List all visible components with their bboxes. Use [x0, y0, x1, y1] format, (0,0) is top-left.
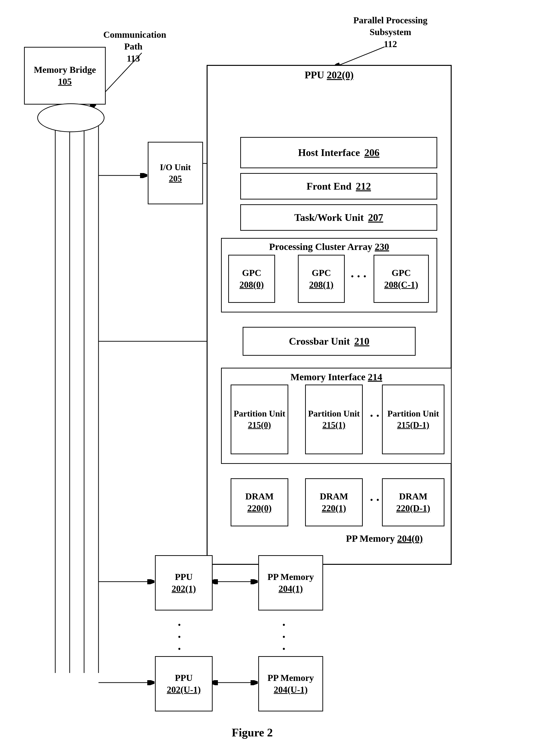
host-interface-label: Host Interface	[298, 146, 360, 159]
crossbar-label: Crossbar Unit	[289, 335, 350, 348]
gpc1-box: GPC 208(1)	[298, 255, 345, 303]
front-end-box: Front End 212	[240, 173, 437, 199]
io-unit-label: I/O Unit	[160, 162, 191, 173]
gpc1-id: 208(1)	[309, 279, 334, 291]
comm-bus-ellipse	[37, 103, 104, 132]
front-end-label: Front End	[306, 180, 352, 193]
pp-memU-id: 204(U-1)	[274, 684, 307, 696]
task-work-id: 207	[368, 211, 383, 224]
pp-memU-box: PP Memory 204(U-1)	[258, 656, 323, 711]
memory-bridge-id: 105	[58, 76, 72, 87]
part1-box: Partition Unit 215(1)	[305, 384, 363, 454]
dram0-id: 220(0)	[247, 502, 272, 514]
partD-box: Partition Unit 215(D-1)	[382, 384, 444, 454]
part0-label: Partition Unit	[234, 408, 285, 419]
crossbar-box: Crossbar Unit 210	[243, 327, 416, 356]
crossbar-id: 210	[354, 335, 369, 348]
pp-mem1-label: PP Memory	[267, 571, 314, 583]
mem-interface-id: 214	[368, 372, 382, 382]
pp-mem0-label: PP Memory 204(0)	[336, 532, 433, 545]
task-work-box: Task/Work Unit 207	[240, 204, 437, 231]
pp-mem1-box: PP Memory 204(1)	[258, 555, 323, 611]
dram1-id: 220(1)	[322, 502, 346, 514]
ppuU-box: PPU 202(U-1)	[155, 656, 213, 711]
gpc1-label: GPC	[312, 267, 331, 279]
pp-mem1-id: 204(1)	[278, 583, 303, 595]
ppu1-id: 202(1)	[172, 583, 196, 595]
diagram: Memory Bridge 105 Communication Path 113…	[0, 0, 560, 753]
ppuU-label: PPU	[175, 672, 193, 684]
ppmem-dots-3: ·	[282, 642, 285, 656]
ppu1-box: PPU 202(1)	[155, 555, 213, 611]
gpcC-id: 208(C-1)	[384, 279, 418, 291]
task-work-label: Task/Work Unit	[294, 211, 364, 224]
part0-box: Partition Unit 215(0)	[231, 384, 288, 454]
partD-label: Partition Unit	[387, 408, 439, 419]
pps-label: Parallel Processing Subsystem 112	[336, 15, 444, 50]
dramD-box: DRAM 220(D-1)	[382, 478, 444, 527]
dram0-label: DRAM	[245, 491, 274, 502]
gpc-dots: · · ·	[351, 269, 366, 283]
memory-bridge-box: Memory Bridge 105	[24, 47, 106, 104]
gpcC-box: GPC 208(C-1)	[374, 255, 429, 303]
part0-id: 215(0)	[248, 419, 271, 431]
partD-id: 215(D-1)	[397, 419, 429, 431]
gpcC-label: GPC	[392, 267, 411, 279]
pp-memU-label: PP Memory	[267, 672, 314, 684]
front-end-id: 212	[356, 180, 371, 193]
io-unit-box: I/O Unit 205	[148, 142, 203, 204]
dram1-box: DRAM 220(1)	[305, 478, 363, 527]
dramD-id: 220(D-1)	[396, 502, 430, 514]
gpc0-box: GPC 208(0)	[228, 255, 275, 303]
comm-path-label: Communication Path 113	[103, 29, 163, 64]
dram1-label: DRAM	[320, 491, 348, 502]
gpc0-label: GPC	[242, 267, 261, 279]
figure-label: Figure 2	[204, 726, 300, 739]
pca-id: 230	[375, 241, 389, 252]
ppu0-id: 202(0)	[327, 70, 354, 80]
gpc0-id: 208(0)	[240, 279, 264, 291]
memory-bridge-label: Memory Bridge	[34, 64, 96, 76]
dram0-box: DRAM 220(0)	[231, 478, 288, 527]
host-interface-id: 206	[364, 146, 379, 159]
part1-label: Partition Unit	[308, 408, 360, 419]
part1-id: 215(1)	[322, 419, 345, 431]
dramD-label: DRAM	[399, 491, 427, 502]
host-interface-box: Host Interface 206	[240, 137, 437, 168]
ppu1-label: PPU	[175, 571, 193, 583]
ppu-dots-3: ·	[178, 642, 181, 656]
ppuU-id: 202(U-1)	[167, 684, 201, 696]
io-unit-id: 205	[169, 173, 182, 184]
